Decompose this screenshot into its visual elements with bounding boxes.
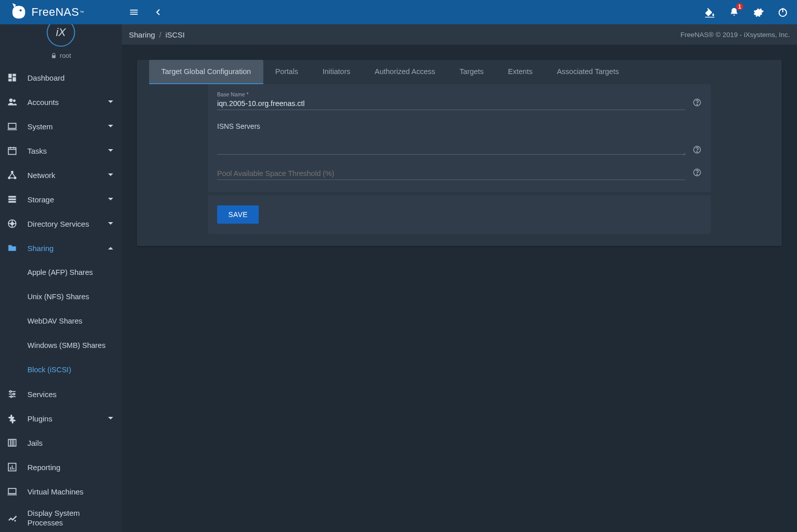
sidebar-sub-smb[interactable]: Windows (SMB) Shares xyxy=(0,333,122,358)
sidebar-item-services[interactable]: Services xyxy=(0,382,122,406)
svg-rect-22 xyxy=(9,196,16,197)
ix-avatar: iX xyxy=(47,24,75,47)
user-name: root xyxy=(60,52,71,59)
menu-toggle-button[interactable] xyxy=(122,0,146,24)
hamburger-icon xyxy=(129,7,139,17)
actions-panel: SAVE xyxy=(208,195,711,234)
topbar: FreeNAS™ 1 xyxy=(0,0,797,24)
sidebar-item-accounts[interactable]: Accounts xyxy=(0,90,122,114)
svg-point-51 xyxy=(697,152,697,152)
svg-point-8 xyxy=(9,98,13,102)
chevron-left-icon xyxy=(154,8,163,17)
freenas-logo-icon xyxy=(9,3,28,21)
isns-servers-input[interactable] xyxy=(217,133,685,155)
tabs: Target Global Configuration Portals Init… xyxy=(137,60,782,84)
theme-button[interactable] xyxy=(698,0,722,24)
sidebar-sub-nfs[interactable]: Unix (NFS) Shares xyxy=(0,285,122,309)
svg-rect-6 xyxy=(13,77,16,81)
nav-label: Jails xyxy=(27,439,115,447)
calendar-icon xyxy=(7,146,17,156)
tab-associated-targets[interactable]: Associated Targets xyxy=(545,60,631,84)
svg-rect-43 xyxy=(12,466,13,470)
brand-name: FreeNAS xyxy=(31,6,79,19)
sidebar-item-storage[interactable]: Storage xyxy=(0,187,122,211)
brand-trademark: ™ xyxy=(80,10,84,15)
sidebar-item-display-system-processes[interactable]: Display System Processes xyxy=(0,504,122,532)
sidebar-sub-webdav[interactable]: WebDAV Shares xyxy=(0,309,122,333)
notifications-button[interactable]: 1 xyxy=(722,0,746,24)
nav-label: Virtual Machines xyxy=(27,487,115,496)
base-name-input[interactable] xyxy=(217,98,685,110)
svg-point-9 xyxy=(13,99,16,102)
breadcrumb-section[interactable]: Sharing xyxy=(129,30,155,39)
copyright-text: FreeNAS® © 2019 - iXsystems, Inc. xyxy=(680,31,790,39)
svg-point-16 xyxy=(11,171,13,173)
tab-portals[interactable]: Portals xyxy=(263,60,310,84)
svg-point-0 xyxy=(20,9,22,11)
tab-initiators[interactable]: Initiators xyxy=(310,60,363,84)
sidebar-item-sharing[interactable]: Sharing xyxy=(0,236,122,260)
storage-icon xyxy=(7,194,17,204)
chart-icon xyxy=(7,462,17,472)
svg-rect-7 xyxy=(9,79,12,82)
tab-extents[interactable]: Extents xyxy=(496,60,544,84)
svg-line-20 xyxy=(12,173,15,177)
svg-point-47 xyxy=(14,520,16,521)
sidebar-item-system[interactable]: System xyxy=(0,114,122,138)
collapse-sidebar-button[interactable] xyxy=(146,0,170,24)
nav-label: Sharing xyxy=(27,244,97,253)
base-name-help[interactable] xyxy=(692,98,702,107)
svg-line-19 xyxy=(9,173,12,177)
sidebar-item-tasks[interactable]: Tasks xyxy=(0,138,122,163)
settings-button[interactable] xyxy=(746,0,771,24)
sidebar-item-jails[interactable]: Jails xyxy=(0,431,122,455)
save-button[interactable]: SAVE xyxy=(217,205,259,224)
content-area: Sharing / iSCSI FreeNAS® © 2019 - iXsyst… xyxy=(122,24,797,532)
tab-targets[interactable]: Targets xyxy=(447,60,496,84)
svg-point-34 xyxy=(10,391,11,392)
breadcrumb-sep: / xyxy=(159,30,161,39)
nav-label: Reporting xyxy=(27,463,115,472)
tab-global-config[interactable]: Target Global Configuration xyxy=(149,60,263,84)
sidebar: iX root Dashboard Accounts S xyxy=(0,24,122,532)
tab-authorized-access[interactable]: Authorized Access xyxy=(362,60,447,84)
lock-icon xyxy=(51,53,57,59)
gear-icon xyxy=(753,7,764,18)
sidebar-item-dashboard[interactable]: Dashboard xyxy=(0,65,122,90)
pool-threshold-input[interactable] xyxy=(217,168,685,180)
caret-down-icon xyxy=(108,197,113,202)
sidebar-sub-iscsi[interactable]: Block (iSCSI) xyxy=(0,358,122,382)
isns-help[interactable] xyxy=(692,145,702,154)
support-icon xyxy=(7,219,17,229)
nav-label: Display System Processes xyxy=(27,508,115,528)
breadcrumb: Sharing / iSCSI xyxy=(129,30,185,39)
nav-label: Services xyxy=(27,390,115,399)
folder-shared-icon xyxy=(7,243,17,253)
sidebar-sub-afp[interactable]: Apple (AFP) Shares xyxy=(0,260,122,285)
sidebar-item-reporting[interactable]: Reporting xyxy=(0,455,122,479)
svg-rect-4 xyxy=(9,74,12,78)
svg-point-17 xyxy=(9,177,10,179)
notification-badge: 1 xyxy=(736,3,743,10)
nav-label: Network xyxy=(27,171,97,180)
caret-down-icon xyxy=(108,99,113,104)
brand-logo[interactable]: FreeNAS™ xyxy=(0,0,122,24)
isns-label: ISNS Servers xyxy=(217,122,702,130)
sidebar-item-network[interactable]: Network xyxy=(0,163,122,187)
power-button[interactable] xyxy=(771,0,795,24)
svg-rect-45 xyxy=(9,488,16,493)
svg-point-35 xyxy=(13,393,15,395)
user-name-line: root xyxy=(51,52,71,59)
help-circle-icon xyxy=(692,145,702,154)
svg-rect-44 xyxy=(14,468,15,470)
sidebar-item-plugins[interactable]: Plugins xyxy=(0,406,122,431)
tune-icon xyxy=(7,389,17,399)
nav-label: System xyxy=(27,122,97,131)
caret-down-icon xyxy=(108,221,113,226)
pool-threshold-help[interactable] xyxy=(692,168,702,177)
sidebar-item-directory-services[interactable]: Directory Services xyxy=(0,211,122,236)
help-circle-icon xyxy=(692,98,702,107)
nav-label: Tasks xyxy=(27,147,97,155)
svg-point-18 xyxy=(14,177,16,179)
sidebar-item-virtual-machines[interactable]: Virtual Machines xyxy=(0,479,122,504)
